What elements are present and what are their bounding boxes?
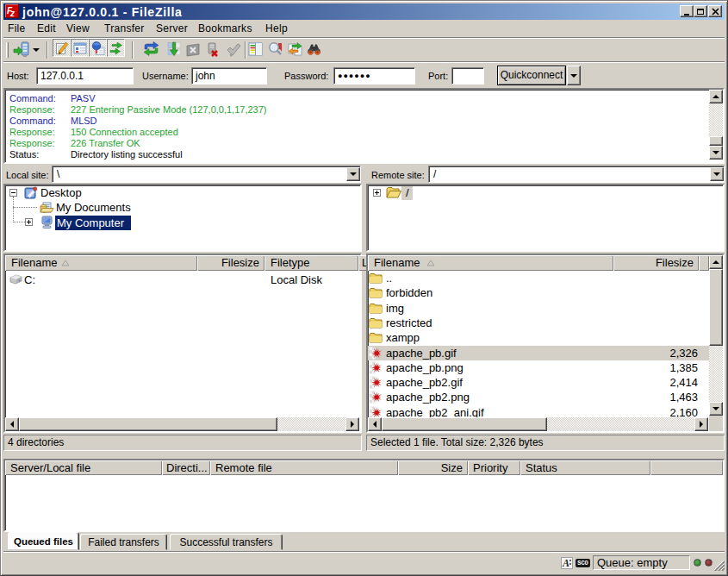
svg-text:A: A bbox=[562, 557, 569, 569]
svg-text:z: z bbox=[9, 9, 15, 18]
